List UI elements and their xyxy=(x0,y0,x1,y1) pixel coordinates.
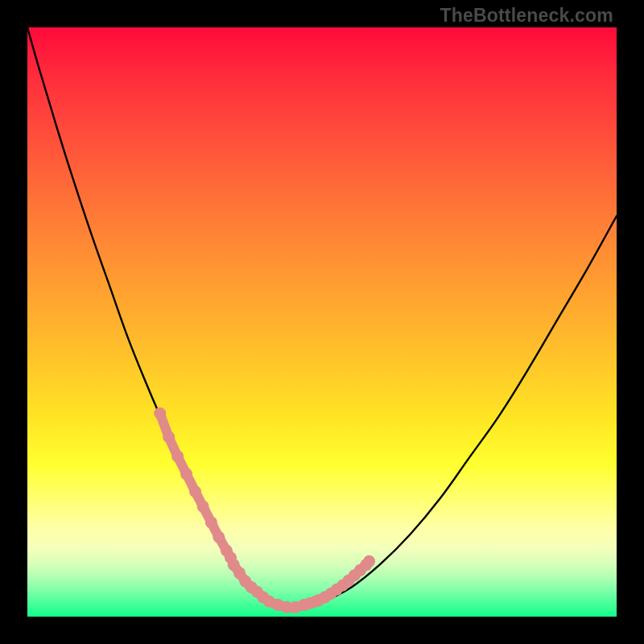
left-highlight-dot xyxy=(180,468,192,480)
watermark-label: TheBottleneck.com xyxy=(440,5,613,27)
plot-area xyxy=(27,27,617,617)
left-highlight-dot xyxy=(213,531,225,543)
left-highlight-dot xyxy=(197,501,209,513)
bottleneck-curve xyxy=(27,27,617,608)
curve-path xyxy=(27,27,617,608)
chart-svg xyxy=(27,27,617,617)
left-highlight-dot xyxy=(189,485,201,497)
right-highlight-dot xyxy=(363,555,375,568)
left-highlight-dot xyxy=(205,516,217,528)
left-highlight-dot xyxy=(171,450,184,462)
left-highlight-dot xyxy=(154,407,166,419)
chart-frame: TheBottleneck.com xyxy=(0,0,644,644)
highlight-overlay xyxy=(154,407,375,613)
left-highlight-dot xyxy=(163,431,175,443)
